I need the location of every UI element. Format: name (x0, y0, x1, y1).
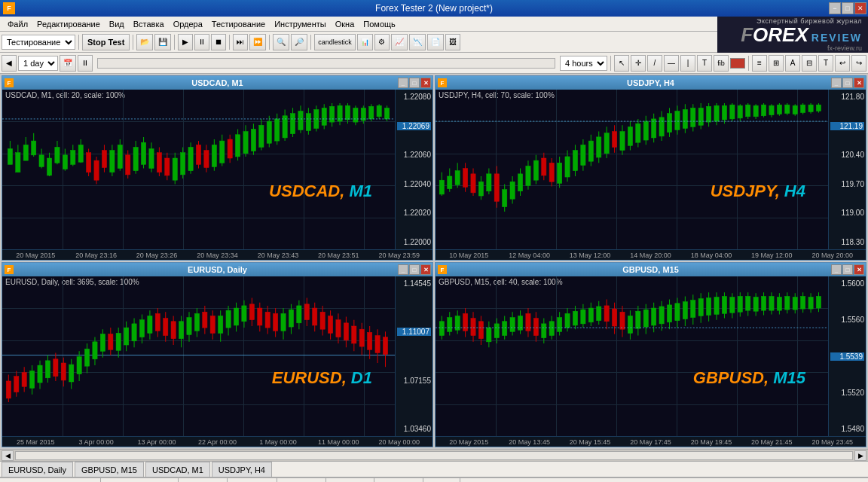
svg-rect-130 (558, 163, 562, 183)
text-button[interactable]: T (697, 55, 712, 72)
zoom-in-button[interactable]: 🔍 (273, 34, 289, 50)
calendar-button[interactable]: 📅 (60, 55, 76, 72)
chart-gbpusd-svg (436, 288, 828, 414)
open-button[interactable]: 📂 (136, 34, 153, 50)
svg-rect-49 (196, 145, 200, 164)
line-button[interactable]: / (647, 55, 662, 72)
svg-rect-43 (173, 158, 177, 180)
pause2-button[interactable]: ⏸ (78, 55, 93, 72)
color-button[interactable] (730, 58, 745, 69)
chart-usdcad-minimize[interactable]: _ (398, 78, 408, 88)
hline-button[interactable]: — (664, 55, 679, 72)
vline-button[interactable]: | (680, 55, 695, 72)
svg-rect-300 (448, 318, 452, 332)
stop-test-button[interactable]: Stop Test (82, 34, 130, 50)
menu-file[interactable]: Файл (3, 18, 32, 30)
scroll-track[interactable] (15, 451, 853, 460)
minimize-button[interactable]: − (829, 2, 841, 14)
menu-help[interactable]: Помощь (359, 18, 400, 30)
chart-usdjpy-minimize[interactable]: _ (831, 78, 842, 88)
maximize-button[interactable]: □ (842, 2, 854, 14)
chart-eurusd-content[interactable]: EURUSD, Daily, cell: 3695, scale: 100% (2, 276, 432, 436)
menu-view[interactable]: Вид (105, 18, 129, 30)
screenshot-button[interactable]: 🖼 (445, 34, 460, 50)
chart-gbpusd-maximize[interactable]: □ (842, 264, 853, 275)
timeframe-select[interactable]: 1 day (18, 56, 58, 71)
menu-testing[interactable]: Тестирование (207, 18, 270, 30)
pause-icon: ⏸ (198, 38, 206, 46)
menu-edit[interactable]: Редактирование (32, 18, 105, 30)
scroll-left-button[interactable]: ◀ (2, 450, 14, 461)
menu-insert[interactable]: Вставка (129, 18, 169, 30)
menu-tools[interactable]: Инструменты (270, 18, 331, 30)
auto-button[interactable]: A (785, 55, 800, 72)
chart-type-button[interactable]: candlestick (314, 34, 356, 50)
svg-rect-126 (542, 158, 546, 175)
chart-gbpusd-minimize[interactable]: _ (831, 264, 842, 275)
menu-orders[interactable]: Ордера (169, 18, 207, 30)
chart-eurusd-minimize[interactable]: _ (398, 264, 408, 275)
tab-eurusd-daily[interactable]: EURUSD, Daily (2, 462, 73, 477)
pause-button[interactable]: ⏸ (194, 34, 209, 50)
window-controls[interactable]: − □ ✕ (829, 2, 866, 14)
fib-button[interactable]: fib (714, 55, 729, 72)
chart-usdjpy-close[interactable]: ✕ (854, 78, 864, 88)
step2-button[interactable]: ⏩ (249, 34, 266, 50)
close-button[interactable]: ✕ (854, 2, 866, 14)
chart-usdjpy-maximize[interactable]: □ (842, 78, 853, 88)
back-button[interactable]: ↩ (835, 55, 850, 72)
testing-dropdown[interactable]: Тестирование (2, 35, 75, 50)
history-button[interactable]: 📈 (391, 34, 408, 50)
watermark-pair: GBPUSD, (693, 368, 769, 387)
chart-eurusd-close[interactable]: ✕ (420, 264, 431, 275)
chart-usdcad-controls[interactable]: _ □ ✕ (398, 78, 431, 88)
strategy-button[interactable]: 📉 (409, 34, 426, 50)
chart-gbpusd-close[interactable]: ✕ (854, 264, 864, 275)
timeframe-left-btn[interactable]: ◀ (2, 55, 17, 72)
horizontal-scrollbar[interactable]: ◀ ▶ (0, 449, 868, 461)
stop-button[interactable]: ⏹ (211, 34, 226, 50)
settings-button[interactable]: ⚙ (374, 34, 390, 50)
forex-review-text: REVIEW (811, 32, 862, 44)
chart-usdjpy-title: USDJPY, H4 (627, 78, 674, 87)
svg-rect-31 (126, 155, 130, 175)
svg-rect-180 (753, 105, 758, 117)
scroll-right-button[interactable]: ▶ (854, 450, 866, 461)
play-button[interactable]: ▶ (178, 34, 193, 50)
chart-usdcad-content[interactable]: USDCAD, M1, cell: 20, scale: 100% (2, 90, 432, 249)
timeframe2-select[interactable]: 4 hours (560, 56, 607, 71)
chart-usdcad-time-axis: 20 May 2015 20 May 23:16 20 May 23:26 20… (2, 249, 432, 260)
chart-usdcad-close[interactable]: ✕ (420, 78, 431, 88)
grid-button[interactable]: ≡ (752, 55, 767, 72)
scale-button[interactable]: ⊞ (769, 55, 784, 72)
chart-usdcad-maximize[interactable]: □ (409, 78, 420, 88)
svg-rect-308 (478, 322, 483, 339)
crosshair-button[interactable]: ✛ (631, 55, 646, 72)
step-button[interactable]: ⏭ (233, 34, 248, 50)
chart-usdcad-info: USDCAD, M1, cell: 20, scale: 100% (5, 91, 125, 99)
indicators-button[interactable]: 📊 (357, 34, 373, 50)
zoom3-button[interactable]: ⊟ (802, 55, 817, 72)
tab-usdjpy-h4[interactable]: USDJPY, H4 (212, 462, 272, 477)
forward-button[interactable]: ↪ (851, 55, 866, 72)
chart-usdjpy-content[interactable]: USDJPY, H4, cell: 70, scale: 100% (436, 90, 866, 249)
svg-rect-270 (281, 313, 286, 331)
menu-windows[interactable]: Окна (331, 18, 359, 30)
time-label: 20 May 23:26 (127, 252, 187, 259)
chart-gbpusd-content[interactable]: GBPUSD, M15, cell: 40, scale: 100% (436, 276, 866, 436)
chart-gbpusd-controls[interactable]: _ □ ✕ (831, 264, 864, 275)
tab-usdcad-m1[interactable]: USDCAD, M1 (145, 462, 210, 477)
zoom-out-button[interactable]: 🔎 (291, 34, 307, 50)
report-button[interactable]: 📄 (427, 34, 444, 50)
chart-usdjpy-controls[interactable]: _ □ ✕ (831, 78, 864, 88)
save-button[interactable]: 💾 (154, 34, 171, 50)
template-button[interactable]: T (818, 55, 833, 72)
arrow-button[interactable]: ↖ (614, 55, 629, 72)
price-label: 1.22000 (397, 238, 431, 246)
time-label: 13 May 12:00 (560, 252, 620, 259)
chart-usdjpy: F USDJPY, H4 _ □ ✕ USDJPY, H4, cell: 70,… (435, 75, 866, 261)
tab-gbpusd-m15[interactable]: GBPUSD, M15 (75, 462, 144, 477)
chart-eurusd-maximize[interactable]: □ (409, 264, 420, 275)
chart-eurusd-controls[interactable]: _ □ ✕ (398, 264, 431, 275)
svg-rect-128 (549, 163, 554, 182)
